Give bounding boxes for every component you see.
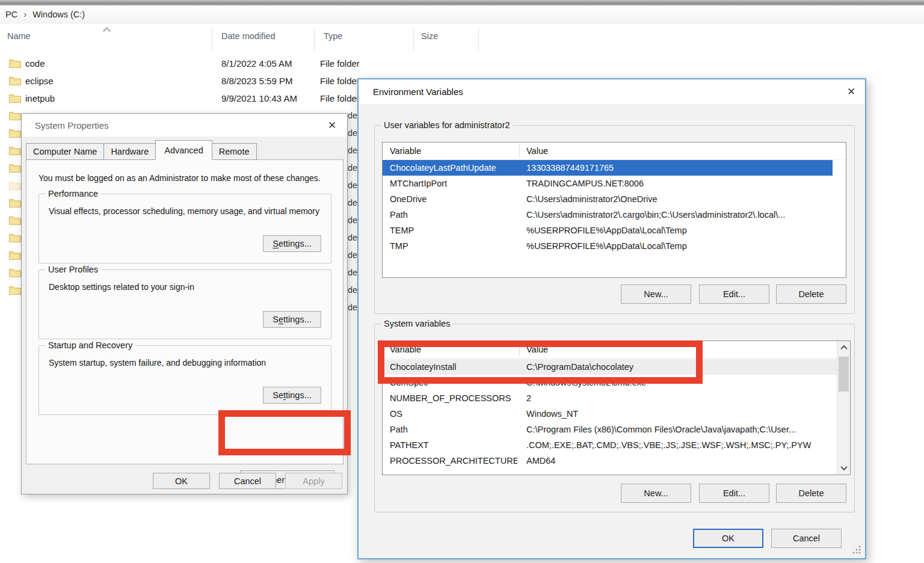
dialog-title: System Properties xyxy=(35,120,109,131)
scroll-down-button[interactable] xyxy=(837,462,850,474)
variable-name: TMP xyxy=(390,238,517,254)
variable-name: MTChartIpPort xyxy=(390,176,517,191)
group-label: Startup and Recovery xyxy=(45,340,135,350)
table-row[interactable]: Path C:\Program Files (x86)\Common Files… xyxy=(383,422,850,437)
folder-icon xyxy=(9,233,21,242)
variable-value: %USERPROFILE%\AppData\Local\Temp xyxy=(526,223,830,238)
table-row[interactable]: OneDrive C:\Users\administrator2\OneDriv… xyxy=(383,191,846,207)
performance-group: Performance Visual effects, processor sc… xyxy=(38,194,331,263)
variable-value: %USERPROFILE%\AppData\Local\Temp xyxy=(526,238,830,254)
group-description: System startup, system failure, and debu… xyxy=(49,358,266,368)
ok-button[interactable]: OK xyxy=(693,529,763,548)
environment-variables-titlebar[interactable]: Environment Variables ✕ xyxy=(359,79,865,105)
clipped-file-type-text: de xyxy=(348,229,357,247)
file-name[interactable]: inetpub xyxy=(25,90,55,107)
breadcrumb-current[interactable]: Windows (C:) xyxy=(32,10,85,19)
group-label: User variables for administrator2 xyxy=(381,120,513,130)
user-variables-table[interactable]: Variable Value ChocolateyLastPathUpdate … xyxy=(382,142,846,278)
cancel-button[interactable]: Cancel xyxy=(219,473,276,489)
table-row[interactable]: TMP %USERPROFILE%\AppData\Local\Temp xyxy=(383,238,846,254)
table-row[interactable]: Path C:\Users\administrator2\.cargo\bin;… xyxy=(383,207,846,223)
scrollbar-thumb[interactable] xyxy=(839,357,849,392)
user-new-button[interactable]: New... xyxy=(621,285,691,304)
apply-button[interactable]: Apply xyxy=(285,473,342,489)
folder-icon xyxy=(9,128,21,138)
table-header[interactable]: Variable Value xyxy=(383,341,850,358)
table-row[interactable]: PATHEXT .COM;.EXE;.BAT;.CMD;.VBS;.VBE;.J… xyxy=(383,437,850,453)
table-row[interactable]: PROCESSOR_ARCHITECTURE AMD64 xyxy=(383,453,850,469)
table-row[interactable]: MTChartIpPort TRADINGCAMPUS.NET:8006 xyxy=(383,176,846,191)
table-row[interactable]: NUMBER_OF_PROCESSORS 2 xyxy=(383,390,850,406)
startup-settings-button[interactable]: Settings... xyxy=(263,387,321,404)
resize-grip-icon[interactable] xyxy=(852,545,861,555)
user-profiles-group: User Profiles Desktop settings related t… xyxy=(38,269,331,339)
folder-icon xyxy=(9,58,21,68)
clipped-file-type-text: de xyxy=(348,247,357,264)
system-variables-table[interactable]: Variable Value ChocolateyInstall C:\Prog… xyxy=(382,340,851,475)
file-row[interactable]: code 8/1/2022 4:05 AM File folder xyxy=(0,55,475,72)
table-row[interactable]: OS Windows_NT xyxy=(383,406,850,422)
scroll-up-button[interactable] xyxy=(837,342,850,354)
environment-variables-dialog: Environment Variables ✕ User variables f… xyxy=(357,78,866,559)
tab-advanced[interactable]: Advanced xyxy=(155,140,212,160)
tab-computer-name[interactable]: Computer Name xyxy=(26,143,104,160)
folder-icon xyxy=(9,111,21,120)
column-header-size[interactable]: Size xyxy=(421,31,438,41)
variable-value: C:\Program Files (x86)\Common Files\Orac… xyxy=(526,422,834,437)
button-label: ttings... xyxy=(283,315,312,324)
variable-value: 133033887449171765 xyxy=(526,160,817,176)
tab-strip: Computer Name Hardware Advanced Remote xyxy=(26,142,256,160)
tab-remote[interactable]: Remote xyxy=(212,143,257,160)
column-header-name[interactable]: Name xyxy=(7,31,31,41)
column-header-date-modified[interactable]: Date modified xyxy=(221,31,275,41)
folder-icon xyxy=(9,285,21,295)
variable-value: C:\Users\administrator2\OneDrive xyxy=(526,191,830,207)
clipped-file-type-text: de xyxy=(348,212,357,229)
ok-button[interactable]: OK xyxy=(153,473,210,489)
file-name[interactable]: code xyxy=(25,55,45,72)
system-edit-button[interactable]: Edit... xyxy=(699,484,769,503)
variable-name: OS xyxy=(390,406,517,422)
clipped-file-type-text: de xyxy=(348,142,357,159)
column-header-value[interactable]: Value xyxy=(526,143,548,159)
close-icon[interactable]: ✕ xyxy=(841,79,861,104)
system-new-button[interactable]: New... xyxy=(621,484,691,503)
column-header-variable[interactable]: Variable xyxy=(390,143,421,159)
user-delete-button[interactable]: Delete xyxy=(776,285,846,304)
table-row[interactable]: TEMP %USERPROFILE%\AppData\Local\Temp xyxy=(383,223,846,238)
breadcrumb-root[interactable]: PC xyxy=(5,10,17,19)
tab-hardware[interactable]: Hardware xyxy=(103,143,156,160)
column-header-variable[interactable]: Variable xyxy=(390,341,421,358)
group-description: Visual effects, processor scheduling, me… xyxy=(49,206,319,216)
file-name[interactable]: eclipse xyxy=(25,72,54,90)
explorer-toolbar-edge xyxy=(0,0,924,5)
column-header-value[interactable]: Value xyxy=(526,341,548,358)
file-date-modified: 8/8/2023 5:59 PM xyxy=(221,72,292,90)
variable-value: TRADINGCAMPUS.NET:8006 xyxy=(526,176,830,191)
performance-settings-button[interactable]: Settings... xyxy=(263,235,321,252)
user-edit-button[interactable]: Edit... xyxy=(699,285,769,304)
column-divider[interactable] xyxy=(519,343,520,356)
user-profiles-settings-button[interactable]: Settings... xyxy=(263,311,321,328)
variable-value: Windows_NT xyxy=(526,406,834,422)
clipped-file-type-text: de xyxy=(348,159,357,177)
column-header-type[interactable]: Type xyxy=(324,31,342,41)
variable-name: ComSpec xyxy=(390,375,517,390)
variable-name: TEMP xyxy=(390,223,517,238)
chevron-down-icon xyxy=(840,464,847,470)
table-row-selected[interactable]: ChocolateyInstall C:\ProgramData\chocola… xyxy=(383,359,837,375)
table-row-selected[interactable]: ChocolateyLastPathUpdate 133033887449171… xyxy=(383,160,833,176)
variable-name: Path xyxy=(390,422,517,437)
folder-icon xyxy=(9,198,21,208)
table-header[interactable]: Variable Value xyxy=(383,143,846,159)
table-row[interactable]: ComSpec C:\windows\system32\cmd.exe xyxy=(383,375,850,390)
cancel-button[interactable]: Cancel xyxy=(771,529,842,548)
column-divider[interactable] xyxy=(519,144,520,158)
variable-value: C:\Users\administrator2\.cargo\bin;C:\Us… xyxy=(526,207,830,223)
file-type: File folder xyxy=(320,90,360,107)
system-properties-titlebar[interactable]: System Properties ✕ xyxy=(22,114,347,137)
system-delete-button[interactable]: Delete xyxy=(776,484,846,503)
vertical-scrollbar[interactable] xyxy=(837,341,850,475)
close-icon[interactable]: ✕ xyxy=(322,114,342,137)
dialog-title: Environment Variables xyxy=(373,87,463,97)
